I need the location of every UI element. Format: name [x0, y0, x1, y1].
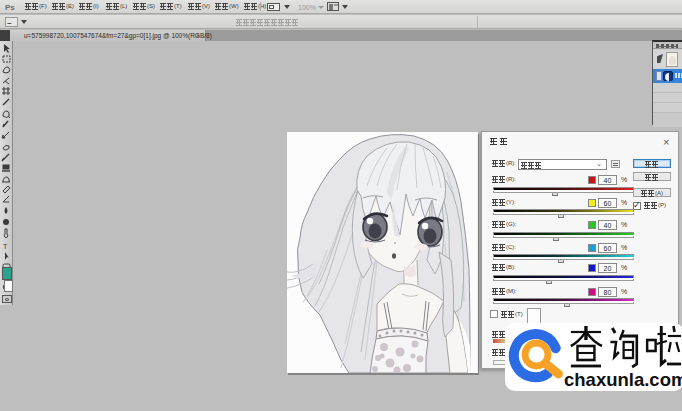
- svg-text:T: T: [3, 243, 8, 250]
